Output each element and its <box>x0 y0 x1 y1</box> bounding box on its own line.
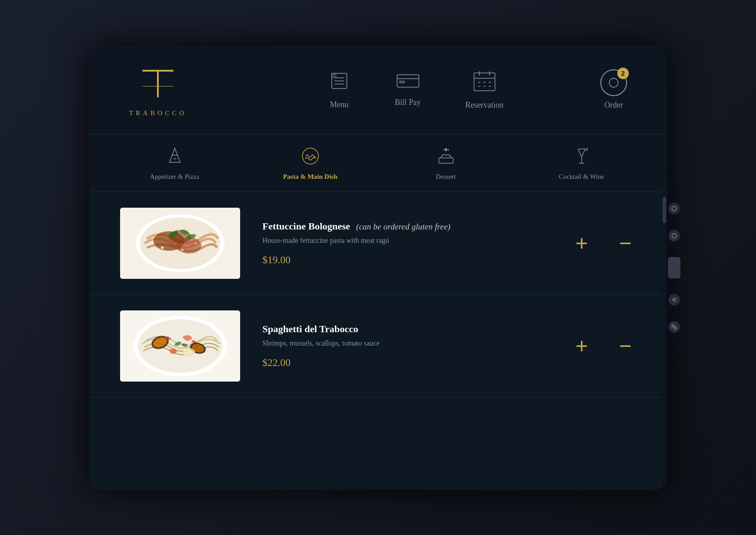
scroll-thumb[interactable] <box>663 197 666 223</box>
spaghetti-image <box>120 310 240 382</box>
fettuccine-note: (can be ordered gluten free) <box>356 222 450 231</box>
menu-nav-item[interactable]: Menu <box>328 70 350 109</box>
reservation-icon <box>472 69 497 94</box>
svg-rect-10 <box>399 81 405 83</box>
svg-point-48 <box>195 242 197 244</box>
svg-point-57 <box>183 348 195 357</box>
svg-rect-28 <box>439 158 453 163</box>
billpay-nav-label: Bill Pay <box>395 98 421 107</box>
top-navigation: TRABOCCO Menu <box>89 45 667 134</box>
svg-point-21 <box>609 78 618 87</box>
spaghetti-add-button[interactable]: + <box>571 335 592 357</box>
scroll-track[interactable] <box>662 192 667 490</box>
fettuccine-description: House-made fettuccine pasta with meat ra… <box>262 237 540 245</box>
menu-icon <box>328 70 350 94</box>
spaghetti-price: $22.00 <box>262 357 540 369</box>
category-pasta[interactable]: Pasta & Main Dish <box>242 141 378 185</box>
spaghetti-controls: + − <box>571 335 636 357</box>
logo: TRABOCCO <box>125 62 191 117</box>
fettuccine-price: $19.00 <box>262 254 540 266</box>
category-navigation: Appetizer & Pizza Pasta & Main Dish <box>89 134 667 192</box>
logo-letter <box>136 62 180 113</box>
pasta-label: Pasta & Main Dish <box>283 173 337 181</box>
svg-rect-11 <box>474 73 495 91</box>
svg-point-52 <box>138 319 222 373</box>
fettuccine-add-button[interactable]: + <box>571 233 592 254</box>
svg-point-61 <box>672 233 676 238</box>
category-appetizer[interactable]: Appetizer & Pizza <box>107 141 242 185</box>
device-button-2[interactable] <box>668 230 680 241</box>
svg-point-47 <box>161 246 164 249</box>
order-badge: 2 <box>617 68 629 79</box>
device-button-rect[interactable] <box>668 257 680 278</box>
reservation-nav-label: Reservation <box>465 101 503 110</box>
spaghetti-description: Shrimps, mussels, scallops, tomato sauce <box>262 339 540 347</box>
pasta-icon <box>300 145 321 169</box>
svg-rect-63 <box>674 327 676 329</box>
spaghetti-details: Spaghetti del Trabocco Shrimps, mussels,… <box>262 323 540 369</box>
order-button[interactable]: 2 Order <box>596 69 631 110</box>
dessert-icon <box>435 145 457 169</box>
svg-line-32 <box>448 149 449 151</box>
svg-rect-7 <box>332 73 336 78</box>
menu-nav-label: Menu <box>330 100 349 109</box>
device-button-4[interactable] <box>668 321 680 333</box>
svg-line-37 <box>587 148 588 149</box>
fettuccine-title: Fettuccine Bolognese (can be ordered glu… <box>262 221 540 232</box>
category-cocktail[interactable]: Cocktail & Wine <box>514 141 649 185</box>
cocktail-icon <box>571 145 592 169</box>
svg-line-31 <box>443 149 444 151</box>
cocktail-label: Cocktail & Wine <box>559 173 604 181</box>
svg-point-60 <box>672 206 676 211</box>
fettuccine-remove-button[interactable]: − <box>615 233 636 254</box>
dessert-label: Dessert <box>436 173 456 181</box>
nav-items: Menu Bill Pay <box>236 69 596 110</box>
appetizer-icon <box>164 145 185 169</box>
fettuccine-details: Fettuccine Bolognese (can be ordered glu… <box>262 221 540 266</box>
category-dessert[interactable]: Dessert <box>378 141 514 185</box>
spaghetti-title: Spaghetti del Trabocco <box>262 323 540 335</box>
menu-item-fettuccine: Fettuccine Bolognese (can be ordered glu… <box>89 192 667 295</box>
billpay-icon <box>396 72 420 92</box>
device-button-3[interactable] <box>668 294 680 306</box>
menu-content: Fettuccine Bolognese (can be ordered glu… <box>89 192 667 490</box>
svg-point-27 <box>302 148 318 164</box>
fettuccine-controls: + − <box>571 233 636 254</box>
billpay-nav-item[interactable]: Bill Pay <box>395 72 421 107</box>
device-button-1[interactable] <box>668 203 680 214</box>
svg-point-49 <box>181 249 184 251</box>
spaghetti-remove-button[interactable]: − <box>615 335 636 357</box>
order-icon-container: 2 <box>600 69 627 96</box>
fettuccine-image <box>120 208 240 279</box>
appetizer-label: Appetizer & Pizza <box>150 173 199 181</box>
order-label: Order <box>604 101 623 110</box>
menu-item-spaghetti: Spaghetti del Trabocco Shrimps, mussels,… <box>89 295 667 398</box>
device-right-controls <box>668 203 680 333</box>
reservation-nav-item[interactable]: Reservation <box>465 69 503 110</box>
svg-point-30 <box>445 149 447 150</box>
svg-point-36 <box>586 149 587 151</box>
